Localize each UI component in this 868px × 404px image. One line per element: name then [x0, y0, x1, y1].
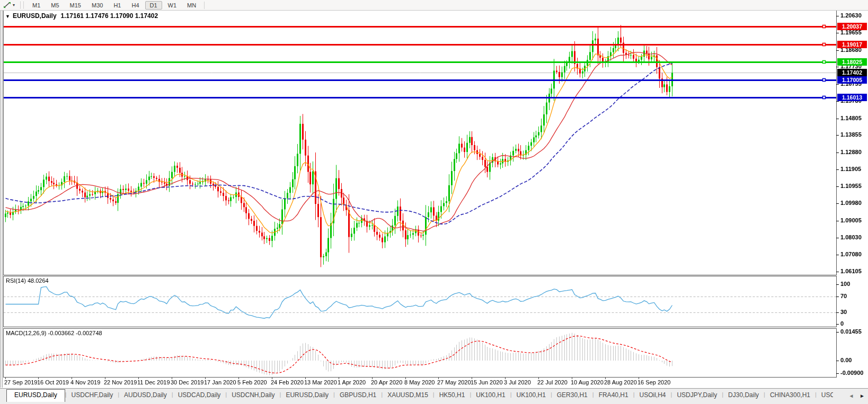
price-tick-label: 1.06105 [840, 268, 862, 274]
chart-tab-usoil-h[interactable]: USOil,H [817, 390, 833, 401]
price-tick-label: 1.11905 [840, 166, 861, 172]
date-label: 30 Dec 2019 [171, 379, 203, 385]
chart-ohlc-values: 1.17161 1.17476 1.17090 1.17402 [61, 12, 158, 20]
timeframe-m15-button[interactable]: M15 [65, 1, 86, 10]
price-tick-label: 1.19655 [840, 29, 862, 35]
price-tag: 1.19017 [837, 41, 867, 48]
timeframe-h1-button[interactable]: H1 [109, 1, 126, 10]
chart-tab-hk50-h1[interactable]: HK50,H1 [435, 390, 470, 401]
timeframe-m1-button[interactable]: M1 [28, 1, 45, 10]
timeframe-m30-button[interactable]: M30 [87, 1, 108, 10]
timeframe-d1-button[interactable]: D1 [145, 1, 162, 10]
rsi-tick-label: 70 [840, 293, 847, 299]
tab-scroll-arrows: ◄ ► [844, 393, 865, 399]
price-tick-label: 1.20630 [840, 12, 862, 19]
chart-tab-usdcad-daily[interactable]: USDCAD,Daily [173, 390, 226, 401]
date-label: 1 Apr 2020 [338, 379, 366, 385]
price-tag: 1.17005 [837, 76, 867, 84]
macd-tick-label: 0.01455 [840, 328, 862, 335]
price-tick-label: 1.07080 [840, 251, 862, 257]
chart-cursor-icon[interactable] [2, 1, 12, 10]
date-label: 22 Nov 2019 [104, 379, 137, 385]
price-tick-label: 1.10955 [840, 183, 862, 189]
chart-tab-xauusd-m15[interactable]: XAUUSD,M15 [383, 390, 433, 401]
price-tag: 1.17402 [837, 69, 867, 76]
price-tag: 1.18025 [837, 58, 867, 66]
chart-tab-eurusd-daily[interactable]: EURUSD,Daily [281, 390, 333, 401]
rsi-tick-label: 100 [840, 281, 850, 287]
price-tick-label: 1.13855 [840, 131, 862, 138]
date-label: 22 Jul 2020 [537, 379, 568, 385]
chart-tabs: EURUSD,Daily|USDCHF,Daily|AUDUSD,Daily|U… [0, 389, 833, 402]
timeframe-mn-button[interactable]: MN [182, 1, 201, 10]
date-label: 17 Jan 2020 [204, 379, 236, 385]
chart-tab-eurusd-daily[interactable]: EURUSD,Daily [6, 389, 65, 402]
toolbar-grip[interactable] [20, 2, 24, 8]
chevron-down-icon[interactable]: ▾ [13, 3, 15, 7]
date-label: 16 Oct 2019 [37, 379, 69, 385]
date-label: 16 Sep 2020 [637, 379, 670, 385]
chart-tab-china300-h1[interactable]: CHINA300,H1 [765, 390, 815, 401]
price-tick-label: 1.14805 [840, 115, 862, 121]
chart-title: ▼EURUSD,Daily1.17161 1.17476 1.17090 1.1… [5, 12, 158, 20]
rsi-indicator-label: RSI(14) 48.0264 [6, 277, 49, 284]
price-tick-label: 1.08030 [840, 234, 862, 240]
chart-tab-ger30-h1[interactable]: GER30,H1 [552, 390, 592, 401]
tab-scroll-left-icon[interactable]: ◄ [848, 393, 854, 399]
date-label: 27 Sep 2019 [4, 379, 37, 385]
macd-tick-label: -0.00900 [840, 370, 863, 376]
date-label: 10 Aug 2020 [571, 379, 604, 385]
toolbar-separator [204, 2, 205, 9]
macd-indicator-label: MACD(12,26,9) -0.003662 -0.002748 [6, 330, 102, 336]
timeframe-w1-button[interactable]: W1 [163, 1, 182, 10]
date-label: 5 Feb 2020 [237, 379, 267, 385]
date-label: 20 Apr 2020 [371, 379, 402, 385]
date-label: 11 Dec 2019 [137, 379, 170, 385]
price-tick-label: 1.12880 [840, 149, 862, 155]
timeframe-h4-button[interactable]: H4 [127, 1, 144, 10]
chart-tab-dj30-daily[interactable]: DJ30,Daily [723, 390, 764, 401]
date-label: 27 May 2020 [437, 379, 471, 385]
symbol-dropdown-icon[interactable]: ▼ [5, 14, 10, 19]
date-label: 3 Jul 2020 [504, 379, 531, 385]
date-label: 15 Jun 2020 [471, 379, 503, 385]
toolbar: ▾ M1M5M15M30H1H4D1W1MN [0, 0, 868, 11]
price-tick-label: 1.09980 [840, 200, 862, 206]
chart-tab-bar: EURUSD,Daily|USDCHF,Daily|AUDUSD,Daily|U… [0, 388, 868, 404]
rsi-tick-label: 30 [840, 309, 847, 315]
chart-symbol-label: EURUSD,Daily [13, 12, 57, 20]
chart-tab-usdjpy-daily[interactable]: USDJPY,Daily [672, 390, 722, 401]
chart-tab-uk100-h1[interactable]: UK100,H1 [471, 390, 510, 401]
date-label: 28 Aug 2020 [604, 379, 637, 385]
date-label: 13 Mar 2020 [304, 379, 337, 385]
price-tick-label: 1.09005 [840, 217, 862, 223]
price-tag: 1.20037 [837, 23, 867, 30]
date-label: 24 Feb 2020 [271, 379, 304, 385]
date-label: 8 May 2020 [404, 379, 435, 385]
timeframe-buttons: M1M5M15M30H1H4D1W1MN [27, 1, 201, 10]
chart-tab-audusd-daily[interactable]: AUDUSD,Daily [119, 390, 172, 401]
chart-tab-gbpusd-h1[interactable]: GBPUSD,H1 [335, 390, 381, 401]
rsi-tick-label: 0 [840, 320, 844, 327]
chart-tab-usoil-h4[interactable]: USOil,H4 [635, 390, 671, 401]
timeframe-m5-button[interactable]: M5 [46, 1, 64, 10]
chart-tab-usdcnh-daily[interactable]: USDCNH,Daily [227, 390, 279, 401]
chart-tab-uk100-h1[interactable]: UK100,H1 [512, 390, 551, 401]
price-tag: 1.16013 [837, 94, 867, 101]
macd-tick-label: 0.00 [840, 357, 852, 363]
tab-scroll-right-icon[interactable]: ► [860, 393, 865, 399]
chart-canvas[interactable] [0, 0, 868, 404]
mt4-window: ▾ M1M5M15M30H1H4D1W1MN ▼EURUSD,Daily1.17… [0, 0, 868, 404]
date-label: 4 Nov 2019 [70, 379, 100, 385]
chart-tab-fra40-h1[interactable]: FRA40,H1 [594, 390, 633, 401]
chart-tab-usdchf-daily[interactable]: USDCHF,Daily [67, 390, 118, 401]
